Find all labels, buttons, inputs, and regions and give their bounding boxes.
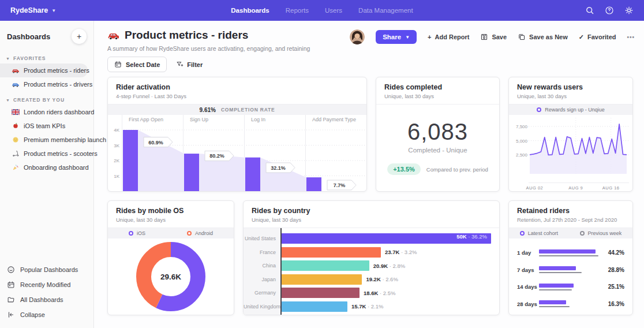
country-label: United Kingdom	[244, 304, 280, 310]
sidebar-item-product-metrics-scooters[interactable]: Product metrics - scooters	[0, 147, 88, 161]
delta-badge: +13.5%	[387, 163, 421, 175]
sidebar-item-london-riders-dashboard[interactable]: London riders dashboard	[0, 105, 88, 119]
country-row-united-kingdom: United Kingdom15.7K · 2.1%	[244, 301, 491, 312]
collapse-icon	[7, 311, 15, 319]
legend-marker	[520, 231, 525, 236]
funnel-step-label: Sign Up	[183, 117, 244, 122]
moon-icon	[12, 136, 20, 143]
retention-bar	[539, 300, 566, 304]
search-icon[interactable]	[585, 6, 594, 15]
brand-name: RydeShare	[10, 6, 48, 14]
plus-icon: +	[428, 33, 431, 40]
bar	[282, 260, 369, 271]
legend-ios[interactable]: iOS	[129, 230, 145, 236]
share-button[interactable]: Share ▼	[376, 30, 417, 44]
folder-icon	[7, 296, 15, 304]
gear-icon[interactable]	[624, 6, 634, 15]
retention-chart: 1 day44.2%7 days28.8%14 days25.1%28 days…	[509, 238, 632, 315]
funnel-step-label: Log In	[244, 117, 305, 122]
calendar-icon	[7, 281, 15, 289]
bar-zone: 23.7K · 3.2%	[282, 247, 491, 258]
card-subtitle: Unique, last 30 days	[517, 93, 624, 99]
red-car-icon	[12, 67, 20, 74]
retention-pct: 44.2%	[604, 249, 624, 256]
red-car-icon	[107, 30, 120, 40]
card-new-rewards-users: New rewards users Unique, last 30 days R…	[508, 77, 633, 192]
metric-value: 6,083	[407, 120, 468, 143]
y-axis-tick: 2,500	[511, 152, 527, 158]
y-axis-tick: 7,500	[511, 124, 527, 129]
sidebar-footer-label: All Dashboards	[20, 296, 63, 303]
nav-data-management[interactable]: Data Management	[358, 7, 413, 14]
sidebar-item-ios-team-kpis[interactable]: iOS team KPIs	[0, 119, 88, 133]
y-axis-tick: 3K	[108, 143, 119, 148]
nav-users[interactable]: Users	[325, 7, 342, 14]
chevron-down-icon: ▼	[6, 57, 10, 61]
funnel-step-labels: First App OpenSign UpLog InAdd Payment T…	[122, 117, 366, 122]
favorited-button[interactable]: ✓ Favorited	[579, 33, 616, 41]
card-subtitle: Unique, last 30 days	[384, 93, 491, 99]
legend-latest-cohort[interactable]: Latest cohort	[520, 230, 558, 236]
card-rider-activation: Rider activation 4-step Funnel · Last 30…	[107, 77, 367, 192]
svg-text:7.7%: 7.7%	[334, 182, 346, 188]
sidebar-item-onboarding-dashboard[interactable]: Onboarding dashboard	[0, 161, 88, 174]
page-title: Product metrics - riders	[125, 29, 248, 42]
sidebar-footer-recently-modified[interactable]: Recently Modified	[0, 277, 88, 292]
main-nav: Dashboards Reports Users Data Management	[231, 7, 413, 14]
svg-text:80.2%: 80.2%	[209, 153, 224, 159]
completion-rate-strip: 9.61% COMPLETION RATE	[108, 105, 366, 115]
help-icon[interactable]	[605, 6, 614, 15]
sidebar-item-product-metrics-riders[interactable]: Product metrics - riders	[0, 64, 88, 77]
sidebar-footer-label: Popular Dashboards	[20, 266, 78, 273]
sidebar-item-premium-membership-launch[interactable]: Premium membership launch	[0, 133, 88, 147]
country-label: Japan	[244, 277, 280, 282]
y-axis-tick: 1K	[108, 174, 119, 179]
country-row-china: China20.9K · 2.8%	[244, 260, 491, 271]
bar-zone: 18.6K · 2.5%	[282, 288, 491, 298]
brand-menu[interactable]: RydeShare ▼	[10, 6, 56, 14]
sidebar-footer-collapse[interactable]: Collapse	[0, 307, 88, 322]
x-axis-tick: AUG 16	[602, 185, 620, 191]
donut-center-value: 29.6K	[160, 273, 181, 281]
add-dashboard-button[interactable]: +	[72, 29, 87, 44]
legend-marker	[537, 107, 541, 112]
legend-previous-week[interactable]: Previous week	[580, 230, 622, 236]
country-label: Germany	[244, 290, 280, 296]
sidebar-item-label: Product metrics - scooters	[24, 150, 98, 157]
card-subtitle: Retention, Jul 27th 2020 - Sept 2nd 2020	[517, 217, 624, 223]
top-nav: RydeShare ▼ Dashboards Reports Users Dat…	[0, 0, 644, 21]
bar-zone: 19.2K · 2.6%	[282, 274, 491, 285]
nav-reports[interactable]: Reports	[286, 7, 309, 14]
bar-value: 20.9K · 2.8%	[373, 263, 405, 269]
sidebar-item-label: iOS team KPIs	[24, 122, 65, 129]
bar-zone: 15.7K · 2.1%	[282, 301, 491, 312]
more-options-button[interactable]: •••	[627, 34, 635, 40]
svg-text:32.1%: 32.1%	[271, 165, 286, 171]
sidebar-section-header[interactable]: ▼CREATED BY YOU	[0, 91, 93, 105]
filter-button[interactable]: Filter	[176, 61, 203, 68]
card-title: Retained riders	[517, 207, 624, 215]
card-title: Rider activation	[116, 83, 358, 91]
card-rides-by-os: Rides by mobile OS Unique, last 30 days …	[107, 200, 234, 315]
save-button[interactable]: Save	[480, 33, 507, 41]
sidebar-footer-all-dashboards[interactable]: All Dashboards	[0, 292, 88, 307]
select-date-button[interactable]: Select Date	[107, 57, 167, 72]
avatar[interactable]	[350, 29, 365, 44]
line-chart: 2,5005,0007,500AUG 02AUG 9AUG 16	[509, 115, 632, 191]
retention-label: 1 day	[517, 249, 539, 256]
nav-dashboards[interactable]: Dashboards	[231, 7, 269, 14]
add-report-button[interactable]: + Add Report	[428, 33, 469, 40]
legend-android[interactable]: Android	[187, 230, 213, 236]
retention-bar	[539, 266, 576, 270]
legend-rewards-signup[interactable]: Rewards sign up - Unqiue	[537, 107, 605, 113]
card-rides-completed: Rides completed Unique, last 30 days 6,0…	[376, 77, 500, 192]
funnel-step-label: Add Payment Type	[305, 117, 366, 122]
save-as-new-button[interactable]: Save as New	[518, 33, 568, 41]
sidebar-section-header[interactable]: ▼FAVORITES	[0, 50, 93, 64]
retention-track	[539, 266, 604, 273]
uk-flag-icon	[12, 109, 20, 115]
sidebar-item-product-metrics-drivers[interactable]: Product metrics - drivers	[0, 77, 88, 91]
sidebar-footer-popular-dashboards[interactable]: Popular Dashboards	[0, 262, 88, 277]
retention-track	[539, 284, 604, 290]
metric-label: Completed - Unique	[408, 147, 467, 154]
